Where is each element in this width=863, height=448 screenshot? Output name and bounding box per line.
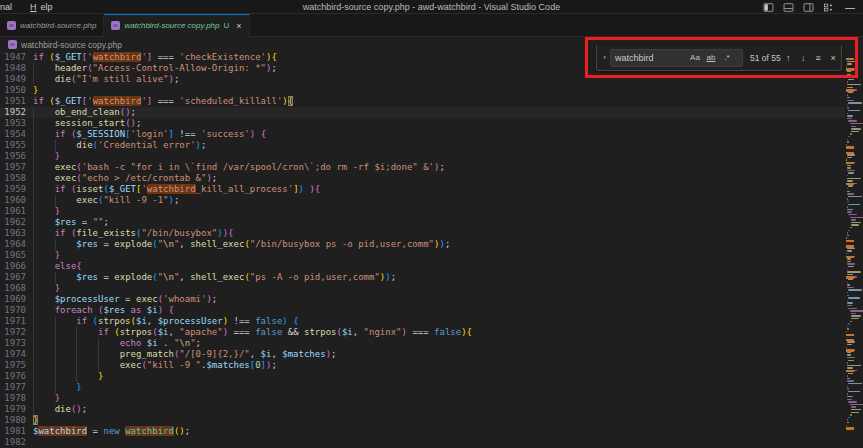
line-number[interactable]: 1947 — [0, 52, 26, 63]
tab-watchbird-source-php[interactable]: watchbird-source.php — [0, 14, 104, 37]
minimap[interactable] — [845, 52, 863, 448]
code-line[interactable]: 1979 die(); — [0, 404, 845, 415]
code-line[interactable]: 1958 exec("echo > /etc/crontab &"); — [0, 173, 845, 184]
close-find-widget-button[interactable]: × — [826, 53, 841, 63]
find-input[interactable] — [611, 53, 687, 63]
customize-layout-icon[interactable] — [823, 2, 834, 13]
line-number[interactable]: 1971 — [0, 316, 26, 327]
code-line[interactable]: 1960 exec("kill -9 -1"); — [0, 195, 845, 206]
line-number[interactable]: 1961 — [0, 206, 26, 217]
code-line[interactable]: 1963 if (file_exists("/bin/busybox")){ — [0, 228, 845, 239]
code-line[interactable]: 1970 foreach ($res as $i) { — [0, 305, 845, 316]
line-number[interactable]: 1964 — [0, 239, 26, 250]
code-line[interactable]: 1961 } — [0, 206, 845, 217]
code-line[interactable]: 1949 die("I'm still alive"); — [0, 74, 845, 85]
toggle-replace-chevron-icon[interactable]: › — [599, 53, 610, 62]
code-line[interactable]: 1965 } — [0, 250, 845, 261]
line-number[interactable]: 1973 — [0, 338, 26, 349]
minimap-line — [847, 94, 848, 95]
menu-item-terminal[interactable]: Terminal — [0, 2, 14, 12]
line-number[interactable]: 1982 — [0, 437, 26, 448]
code-line[interactable]: 1959 if (isset($_GET['watchbird_kill_all… — [0, 184, 845, 195]
code-line[interactable]: 1954 if ($_SESSION['login'] !== 'success… — [0, 129, 845, 140]
line-number[interactable]: 1972 — [0, 327, 26, 338]
line-number[interactable]: 1959 — [0, 184, 26, 195]
line-number[interactable]: 1978 — [0, 393, 26, 404]
code-line[interactable]: 1969 $processUser = exec('whoami'); — [0, 294, 845, 305]
minimap-line — [848, 102, 862, 103]
close-tab-icon[interactable]: × — [236, 21, 241, 31]
regex-icon[interactable]: .* — [719, 53, 735, 62]
code-line[interactable]: 1976 } — [0, 371, 845, 382]
code-line[interactable]: 1980} — [0, 415, 845, 426]
code-line[interactable]: 1967 $res = explode("\n", shell_exec("ps… — [0, 272, 845, 283]
minimap-line — [847, 154, 855, 155]
find-in-selection-button[interactable]: ≡ — [811, 53, 826, 63]
code-line[interactable]: 1978 } — [0, 393, 845, 404]
code-line[interactable]: 1982 — [0, 437, 845, 448]
line-number[interactable]: 1981 — [0, 426, 26, 437]
match-case-icon[interactable]: Aa — [687, 53, 703, 62]
line-number[interactable]: 1960 — [0, 195, 26, 206]
line-number[interactable]: 1952 — [0, 107, 26, 118]
code-line[interactable]: 1971 if (strpos($i, $processUser) !== fa… — [0, 316, 845, 327]
code-line[interactable]: 1956 } — [0, 151, 845, 162]
code-line-text: $res = ""; — [26, 217, 109, 228]
line-number[interactable]: 1948 — [0, 63, 26, 74]
line-number[interactable]: 1967 — [0, 272, 26, 283]
code-line[interactable]: 1977 } — [0, 382, 845, 393]
code-line[interactable]: 1957 exec('bash -c "for i in \`find /var… — [0, 162, 845, 173]
code-line[interactable]: 1974 preg_match("/[0-9]{2,}/", $i, $matc… — [0, 349, 845, 360]
toggle-secondary-sidebar-icon[interactable] — [803, 2, 814, 13]
line-number[interactable]: 1954 — [0, 129, 26, 140]
line-number[interactable]: 1966 — [0, 261, 26, 272]
line-number[interactable]: 1950 — [0, 85, 26, 96]
minimize-button[interactable]: — — [845, 2, 855, 13]
minimap-line — [847, 63, 852, 64]
line-number[interactable]: 1963 — [0, 228, 26, 239]
line-number[interactable]: 1965 — [0, 250, 26, 261]
line-number[interactable]: 1951 — [0, 96, 26, 107]
search-match-marker — [846, 334, 854, 336]
line-number[interactable]: 1974 — [0, 349, 26, 360]
tab-watchbird-source-copy-php[interactable]: watchbird-source copy.phpU× — [104, 14, 249, 37]
line-number[interactable]: 1977 — [0, 382, 26, 393]
whole-word-icon[interactable]: ab — [703, 53, 719, 62]
next-match-button[interactable]: ↓ — [796, 53, 811, 63]
code-line[interactable]: 1972 if (strpos($i, "apache") === false … — [0, 327, 845, 338]
line-number[interactable]: 1953 — [0, 118, 26, 129]
code-line-text: } — [26, 250, 60, 261]
code-line[interactable]: 1950} — [0, 85, 845, 96]
line-number[interactable]: 1980 — [0, 415, 26, 426]
line-number[interactable]: 1976 — [0, 371, 26, 382]
menu-item-help[interactable]: Help — [26, 2, 57, 12]
minimap-line — [847, 170, 855, 171]
toggle-panel-icon[interactable] — [783, 2, 794, 13]
code-line[interactable]: 1981$watchbird = new watchbird(); — [0, 426, 845, 437]
line-number[interactable]: 1970 — [0, 305, 26, 316]
code-line[interactable]: 1962 $res = ""; — [0, 217, 845, 228]
line-number[interactable]: 1958 — [0, 173, 26, 184]
code-line[interactable]: 1951if ($_GET['watchbird'] === 'schedule… — [0, 96, 845, 107]
line-number[interactable]: 1955 — [0, 140, 26, 151]
line-number[interactable]: 1949 — [0, 74, 26, 85]
previous-match-button[interactable]: ↑ — [781, 53, 796, 63]
line-number[interactable]: 1975 — [0, 360, 26, 371]
minimap-line — [848, 391, 860, 392]
code-line[interactable]: 1975 exec("kill -9 ".$matches[0]); — [0, 360, 845, 371]
code-line[interactable]: 1964 $res = explode("\n", shell_exec("/b… — [0, 239, 845, 250]
code-line[interactable]: 1973 echo $i . "\n"; — [0, 338, 845, 349]
line-number[interactable]: 1957 — [0, 162, 26, 173]
line-number[interactable]: 1956 — [0, 151, 26, 162]
code-line[interactable]: 1952 ob_end_clean(); — [0, 107, 845, 118]
code-line[interactable]: 1966 else{ — [0, 261, 845, 272]
code-line[interactable]: 1953 session_start(); — [0, 118, 845, 129]
toggle-primary-sidebar-icon[interactable] — [763, 2, 774, 13]
code-editor[interactable]: 1947if ($_GET['watchbird'] === 'checkExi… — [0, 52, 845, 448]
line-number[interactable]: 1968 — [0, 283, 26, 294]
line-number[interactable]: 1979 — [0, 404, 26, 415]
code-line[interactable]: 1968 } — [0, 283, 845, 294]
line-number[interactable]: 1969 — [0, 294, 26, 305]
code-line[interactable]: 1955 die('Credential error'); — [0, 140, 845, 151]
line-number[interactable]: 1962 — [0, 217, 26, 228]
